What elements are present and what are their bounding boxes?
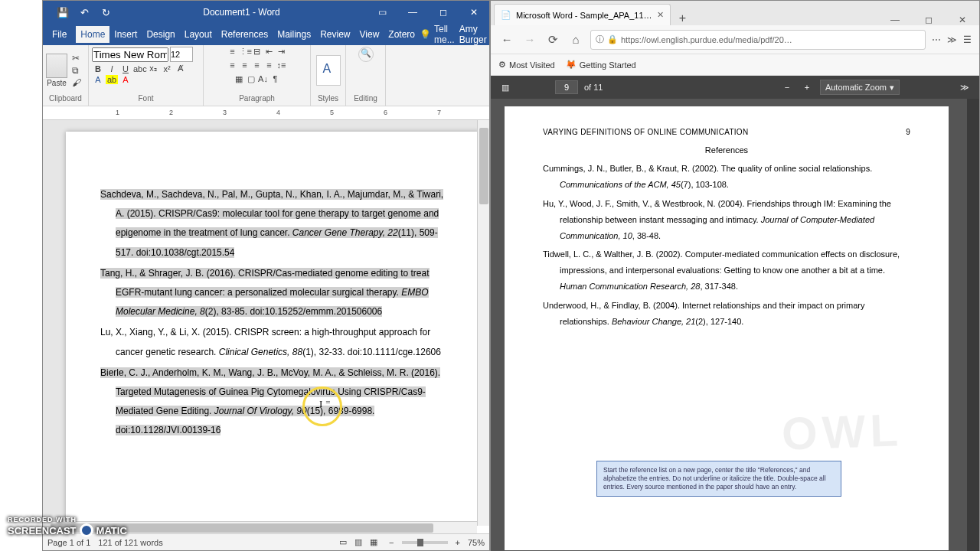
align-right-icon[interactable]: ≡	[251, 60, 263, 73]
bullets-icon[interactable]: ≡	[227, 47, 239, 59]
align-center-icon[interactable]: ≡	[239, 60, 251, 73]
pdf-viewport: VARYING DEFINITIONS OF ONLINE COMMUNICAT…	[491, 99, 979, 551]
justify-icon[interactable]: ≡	[263, 60, 276, 73]
italic-button[interactable]: I	[106, 64, 118, 73]
clear-format-icon[interactable]: A̸	[175, 64, 187, 73]
tools-icon[interactable]: ≫	[958, 80, 972, 94]
tab-zotero[interactable]: Zotero	[384, 26, 420, 43]
document-title: Document1 - Word	[116, 7, 367, 18]
tab-layout[interactable]: Layout	[180, 26, 217, 43]
zoom-select[interactable]: Automatic Zoom ▾	[820, 80, 900, 95]
tab-references[interactable]: References	[217, 26, 273, 43]
address-bar[interactable]: ⓘ🔒https://owl.english.purdue.edu/media/p…	[590, 30, 926, 50]
page-indicator[interactable]: Page 1 of 1	[47, 538, 90, 547]
cut-icon[interactable]: ✂	[72, 53, 81, 64]
ribbon: Paste ✂⧉🖌 Clipboard B I U abc x₂ x² A̸	[43, 45, 489, 106]
zoom-out-icon[interactable]: −	[780, 80, 794, 94]
document-area: Sachdeva, M., Sachdeva, N., Pal, M., Gup…	[43, 120, 489, 526]
page-actions-icon[interactable]: ⋯	[932, 34, 941, 45]
minimize-icon[interactable]: —	[397, 7, 428, 18]
page-total: of 11	[584, 83, 603, 92]
logo-ball-icon	[80, 523, 93, 537]
zoom-in-icon[interactable]: +	[800, 80, 814, 94]
word-count[interactable]: 121 of 121 words	[98, 538, 162, 547]
inc-indent-icon[interactable]: ⇥	[276, 47, 288, 59]
subscript-button[interactable]: x₂	[147, 64, 159, 73]
bookmark-most-visited[interactable]: ⚙ Most Visited	[498, 60, 555, 70]
paste-button[interactable]: Paste	[46, 54, 67, 87]
ribbon-tabs: File Home Insert Design Layout Reference…	[43, 24, 489, 45]
multilevel-icon[interactable]: ⊟	[251, 47, 263, 59]
highlight-icon[interactable]: ab	[106, 75, 118, 84]
numbering-icon[interactable]: ⋮≡	[239, 47, 251, 59]
shading-icon[interactable]: ▦	[233, 74, 245, 86]
close-icon[interactable]: ✕	[459, 7, 489, 18]
underline-button[interactable]: U	[119, 64, 132, 73]
tab-close-icon[interactable]: ✕	[657, 10, 664, 20]
zoom-out-icon[interactable]: −	[389, 538, 394, 547]
lock-icon: 🔒	[607, 34, 618, 44]
tab-file[interactable]: File	[43, 26, 76, 43]
library-icon[interactable]: ≫	[947, 34, 957, 45]
sort-icon[interactable]: A↓	[257, 74, 270, 86]
group-editing: Editing	[349, 94, 382, 104]
format-painter-icon[interactable]: 🖌	[72, 77, 81, 88]
tab-home[interactable]: Home	[76, 26, 109, 43]
browser-tab[interactable]: 📄 Microsoft Word - Sample_APA_11… ✕	[494, 4, 671, 25]
pdf-annotation-box: Start the reference list on a new page, …	[596, 461, 841, 497]
zoom-in-icon[interactable]: +	[456, 538, 460, 547]
zoom-slider[interactable]	[402, 541, 448, 544]
group-font: Font	[92, 94, 200, 104]
info-icon[interactable]: ⓘ	[596, 34, 604, 45]
home-button[interactable]: ⌂	[567, 33, 584, 46]
close-icon[interactable]: ✕	[946, 15, 979, 25]
find-icon[interactable]	[358, 47, 374, 62]
vertical-scrollbar[interactable]	[477, 120, 489, 526]
line-spacing-icon[interactable]: ↕≡	[276, 60, 288, 73]
ribbon-options-icon[interactable]: ▭	[367, 7, 397, 18]
tab-design[interactable]: Design	[142, 26, 179, 43]
tab-view[interactable]: View	[355, 26, 384, 43]
font-name-input[interactable]	[92, 47, 168, 62]
strike-button[interactable]: abc	[133, 64, 145, 73]
save-icon[interactable]: 💾	[52, 7, 74, 18]
dec-indent-icon[interactable]: ⇤	[263, 47, 276, 59]
align-left-icon[interactable]: ≡	[227, 60, 239, 73]
text-effects-icon[interactable]: A	[92, 75, 104, 84]
url-text: https://owl.english.purdue.edu/media/pdf…	[621, 35, 792, 44]
copy-icon[interactable]: ⧉	[72, 65, 81, 76]
sidebar-toggle-icon[interactable]: ▥	[498, 80, 512, 94]
print-layout-icon[interactable]: ▥	[351, 537, 366, 547]
maximize-icon[interactable]: ◻	[428, 7, 459, 18]
undo-icon[interactable]: ↶	[74, 7, 95, 18]
back-button[interactable]: ←	[498, 33, 515, 46]
new-tab-button[interactable]: +	[675, 11, 691, 25]
zoom-level[interactable]: 75%	[468, 538, 485, 547]
tab-mailings[interactable]: Mailings	[273, 26, 315, 43]
forward-button[interactable]: →	[521, 33, 538, 46]
tab-insert[interactable]: Insert	[109, 26, 142, 43]
user-name[interactable]: Amy Burger	[455, 26, 492, 43]
ruler[interactable]: 1234567	[43, 106, 489, 120]
show-marks-icon[interactable]: ¶	[270, 74, 282, 86]
read-mode-icon[interactable]: ▭	[335, 537, 351, 547]
page-input[interactable]	[555, 80, 578, 94]
borders-icon[interactable]: ▢	[245, 74, 257, 86]
web-layout-icon[interactable]: ▦	[366, 537, 381, 547]
pdf-page[interactable]: VARYING DEFINITIONS OF ONLINE COMMUNICAT…	[505, 106, 949, 550]
document-page[interactable]: Sachdeva, M., Sachdeva, N., Pal, M., Gup…	[66, 132, 479, 526]
tell-me-search[interactable]: 💡 Tell me...	[420, 24, 455, 45]
font-color-icon[interactable]: A	[119, 75, 132, 84]
tab-review[interactable]: Review	[315, 26, 354, 43]
bold-button[interactable]: B	[92, 64, 104, 73]
bookmark-getting-started[interactable]: 🦊 Getting Started	[566, 60, 636, 70]
reload-button[interactable]: ⟳	[544, 33, 561, 47]
menu-icon[interactable]: ☰	[963, 34, 972, 45]
minimize-icon[interactable]: —	[878, 15, 912, 25]
redo-icon[interactable]: ↻	[95, 7, 116, 18]
font-size-input[interactable]	[170, 47, 193, 62]
maximize-icon[interactable]: ◻	[912, 15, 946, 25]
superscript-button[interactable]: x²	[161, 64, 173, 73]
pdf-scrollbar[interactable]	[967, 99, 979, 551]
styles-gallery[interactable]	[316, 55, 341, 86]
